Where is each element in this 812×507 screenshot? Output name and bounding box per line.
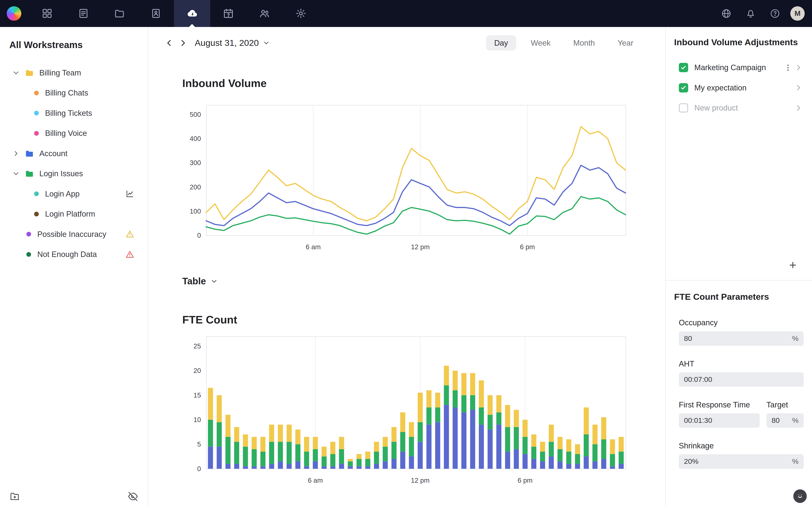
- workstream-color-dot: [34, 91, 39, 95]
- occupancy-suffix: %: [792, 334, 799, 343]
- svg-text:100: 100: [190, 208, 201, 215]
- folder-icon: [25, 169, 34, 178]
- checkbox-checked[interactable]: [679, 83, 688, 93]
- smiley-icon: [795, 491, 805, 501]
- svg-text:6 pm: 6 pm: [518, 476, 533, 484]
- user-avatar[interactable]: M: [790, 6, 805, 21]
- frt-field: First Response Time: [679, 387, 760, 428]
- staffing-icon[interactable]: [138, 0, 174, 27]
- language-icon[interactable]: [714, 0, 739, 27]
- workstream-color-dot: [34, 131, 39, 136]
- shrinkage-input[interactable]: [684, 457, 789, 466]
- frt-label: First Response Time: [679, 400, 760, 409]
- settings-icon[interactable]: [283, 0, 319, 27]
- shrinkage-field-wrap: %: [679, 454, 804, 469]
- workstreams-sidebar: All Workstreams Billing TeamBilling Chat…: [0, 27, 148, 507]
- svg-text:300: 300: [190, 159, 201, 167]
- notifications-icon[interactable]: [739, 0, 763, 27]
- sidebar-item-account[interactable]: Account: [0, 144, 148, 163]
- fte-count-chart: 6 am12 pm6 pm0510152025: [182, 333, 629, 491]
- sidebar-item-label: Billing Team: [39, 68, 81, 77]
- svg-text:25: 25: [194, 342, 201, 350]
- chevron-down-icon: [210, 278, 218, 285]
- sidebar-item-login-issues[interactable]: Login Issues: [0, 164, 148, 184]
- adjustments-title: Inbound Volume Adjustments: [674, 37, 804, 47]
- utility-icons: [714, 0, 787, 27]
- sidebar-item-label: Login Issues: [39, 169, 83, 178]
- next-day-button[interactable]: [176, 36, 189, 50]
- chevron-down-icon[interactable]: [12, 69, 20, 76]
- shrinkage-label: Shrinkage: [679, 441, 804, 450]
- schedule-icon[interactable]: [210, 0, 247, 27]
- svg-text:20: 20: [194, 367, 201, 374]
- sidebar-title: All Workstreams: [9, 39, 148, 50]
- folder-icon: [25, 149, 34, 158]
- chevron-right-icon[interactable]: [12, 150, 20, 157]
- fte-count-title: FTE Count: [182, 314, 642, 326]
- svg-text:12 pm: 12 pm: [411, 476, 429, 484]
- svg-text:6 am: 6 am: [308, 476, 323, 484]
- previous-day-button[interactable]: [163, 36, 176, 50]
- sidebar-item-label: Login Platform: [45, 210, 95, 218]
- add-workstream-icon[interactable]: [9, 491, 20, 502]
- checkbox-unchecked[interactable]: [679, 103, 688, 113]
- inbound-volume-chart: 6 am12 pm6 pm0100200300400500: [182, 102, 629, 257]
- chevron-right-icon[interactable]: [794, 104, 803, 112]
- hide-items-eye-off-icon[interactable]: [128, 491, 139, 502]
- date-label: August 31, 2020: [195, 38, 259, 48]
- adjustment-new-product[interactable]: New product: [674, 98, 804, 118]
- reports-icon[interactable]: [65, 0, 101, 27]
- kebab-menu-icon[interactable]: [783, 63, 792, 72]
- target-label: Target: [766, 400, 804, 409]
- frt-target-row: First Response Time Target %: [679, 387, 804, 428]
- dashboard-icon[interactable]: [29, 0, 65, 27]
- adjustment-label: New product: [694, 103, 738, 112]
- team-icon[interactable]: [246, 0, 283, 27]
- sidebar-item-billing-chats[interactable]: Billing Chats: [0, 83, 148, 103]
- sidebar-item-billing-tickets[interactable]: Billing Tickets: [0, 103, 148, 123]
- range-tab-month[interactable]: Month: [565, 35, 603, 51]
- adjustment-my-expectation[interactable]: My expectation: [674, 78, 804, 98]
- sidebar-item-login-platform[interactable]: Login Platform: [0, 204, 148, 224]
- help-icon[interactable]: [763, 0, 787, 27]
- sidebar-item-billing-team[interactable]: Billing Team: [0, 63, 148, 83]
- sidebar-item-label: Login App: [45, 189, 80, 198]
- chevron-right-icon[interactable]: [794, 83, 803, 92]
- svg-text:10: 10: [194, 416, 201, 424]
- add-adjustment-button[interactable]: +: [786, 259, 799, 272]
- chevron-down-icon[interactable]: [12, 170, 20, 177]
- table-toggle[interactable]: Table: [182, 276, 218, 287]
- folder-icon: [25, 68, 34, 77]
- app-logo[interactable]: [7, 6, 21, 21]
- sidebar-item-label: Billing Voice: [45, 129, 87, 138]
- svg-text:5: 5: [197, 441, 201, 448]
- occupancy-input[interactable]: [684, 334, 789, 343]
- svg-text:200: 200: [190, 183, 201, 191]
- sidebar-item-possible-inaccuracy[interactable]: Possible Inaccuracy: [0, 224, 148, 244]
- occupancy-field-wrap: %: [679, 331, 804, 346]
- sidebar-item-billing-voice[interactable]: Billing Voice: [0, 123, 148, 144]
- range-tab-week[interactable]: Week: [522, 35, 559, 51]
- svg-text:0: 0: [197, 232, 201, 239]
- date-toolbar: August 31, 2020 DayWeekMonthYear: [163, 35, 642, 51]
- aht-input[interactable]: [684, 375, 798, 384]
- svg-text:400: 400: [190, 135, 201, 143]
- workstream-color-dot: [34, 111, 39, 115]
- table-toggle-label: Table: [182, 276, 206, 287]
- forecast-icon[interactable]: [174, 0, 210, 27]
- chat-launcher[interactable]: [793, 489, 807, 503]
- sidebar-item-login-app[interactable]: Login App: [0, 184, 148, 204]
- range-tab-day[interactable]: Day: [486, 35, 516, 51]
- chevron-right-icon[interactable]: [794, 63, 803, 72]
- sidebar-item-not-enough-data[interactable]: Not Enough Data: [0, 244, 148, 264]
- workstream-color-dot: [34, 191, 39, 196]
- checkbox-checked[interactable]: [679, 63, 688, 72]
- date-picker[interactable]: August 31, 2020: [195, 38, 269, 48]
- range-tab-year[interactable]: Year: [609, 35, 642, 51]
- adjustment-marketing-campaign[interactable]: Marketing Campaign: [674, 58, 804, 78]
- workstream-color-dot: [27, 232, 31, 236]
- target-input[interactable]: [772, 416, 789, 425]
- occupancy-label: Occupancy: [679, 318, 804, 327]
- frt-input[interactable]: [684, 416, 755, 425]
- files-icon[interactable]: [101, 0, 138, 27]
